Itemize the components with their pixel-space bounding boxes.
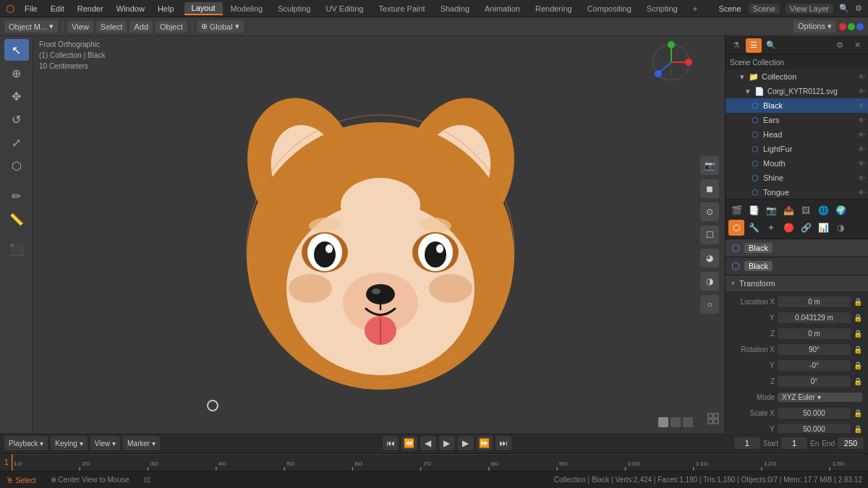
shine-eye-icon[interactable]: 👁 (858, 174, 868, 182)
tab-scripting[interactable]: Scripting (639, 3, 685, 14)
prop-world-icon[interactable]: 🌍 (833, 202, 848, 218)
keying-label[interactable]: Keying ▾ (51, 436, 87, 450)
prev-frame-btn[interactable]: ◀ (420, 436, 436, 450)
viewport-overlay-icon[interactable]: ⊙ (700, 202, 719, 221)
transform-header[interactable]: ▾ Transform (726, 275, 868, 291)
prop-renderlayer-icon[interactable]: 📑 (746, 202, 762, 218)
rotation-x-lock-icon[interactable]: 🔒 (854, 346, 862, 354)
scale-x-value[interactable]: 50.000 (778, 408, 851, 419)
timeline-ruler[interactable]: 1 10 20 30 40 50 60 70 80 90 100 (0, 453, 868, 471)
scale-y-lock-icon[interactable]: 🔒 (854, 425, 862, 433)
rotation-mode-dropdown[interactable]: XYZ Euler ▾ (778, 393, 862, 402)
lightfur-eye-icon[interactable]: 👁 (858, 145, 868, 153)
prop-scene2-icon[interactable]: 🌐 (815, 202, 831, 218)
corgi-eye-icon[interactable]: 👁 (858, 87, 868, 95)
prop-view-icon[interactable]: 🖼 (798, 202, 814, 218)
sidebar-scale-tool[interactable]: ⤢ (4, 132, 29, 153)
view-sq-2[interactable] (671, 417, 681, 427)
playback-label[interactable]: Playback ▾ (4, 436, 48, 450)
jump-start-btn[interactable]: ⏮ (383, 436, 399, 450)
next-keyframe-btn[interactable]: ⏩ (477, 436, 493, 450)
rp-search-icon[interactable]: 🔍 (763, 38, 779, 53)
scale-x-lock-icon[interactable]: 🔒 (854, 409, 862, 417)
tab-compositing[interactable]: Compositing (580, 3, 639, 14)
viewport-xray-icon[interactable]: ☐ (700, 226, 719, 244)
rotation-y-value[interactable]: -0° (778, 360, 851, 371)
start-frame-input[interactable]: 1 (781, 437, 807, 449)
menu-window[interactable]: Window (111, 3, 150, 14)
grid-icon[interactable] (707, 413, 719, 424)
viewport-material-icon[interactable]: ◑ (700, 272, 719, 291)
viewport-solid-icon[interactable]: ◕ (700, 249, 719, 267)
outliner-item-ears[interactable]: ⬡ Ears 👁 (726, 113, 868, 127)
settings-icon[interactable]: ⚙ (855, 4, 862, 13)
prop-render-icon[interactable]: 📷 (763, 202, 779, 218)
prop-constraints-icon[interactable]: 🔗 (798, 220, 814, 236)
next-frame-btn[interactable]: ▶ (458, 436, 474, 450)
jump-end-btn[interactable]: ⏭ (495, 436, 511, 450)
tab-rendering[interactable]: Rendering (528, 3, 579, 14)
black-eye-icon[interactable]: 👁 (858, 102, 868, 110)
scale-y-value[interactable]: 50.000 (778, 424, 851, 434)
tongue-eye-icon[interactable]: 👁 (858, 189, 868, 197)
collection-eye-icon[interactable]: 👁 (858, 73, 868, 81)
viewport-render-icon[interactable]: ◼ (700, 179, 719, 198)
prop-particles-icon[interactable]: ✦ (763, 220, 779, 236)
rotation-z-value[interactable]: 0° (778, 376, 851, 387)
tab-shading[interactable]: Shading (433, 3, 477, 14)
mouth-eye-icon[interactable]: 👁 (858, 160, 868, 168)
view-sq-1[interactable] (658, 417, 668, 427)
sidebar-measure-tool[interactable]: 📏 (4, 208, 29, 230)
blender-logo[interactable]: ⬡ (6, 3, 14, 14)
tab-uv-editing[interactable]: UV Editing (318, 3, 370, 14)
location-x-value[interactable]: 0 m (778, 296, 851, 307)
current-frame-input[interactable]: 1 (734, 437, 760, 449)
add-menu[interactable]: Add (129, 21, 153, 33)
ears-eye-icon[interactable]: 👁 (858, 116, 868, 124)
location-x-lock-icon[interactable]: 🔒 (854, 298, 862, 306)
sidebar-rotate-tool[interactable]: ↺ (4, 108, 29, 130)
marker-label[interactable]: Marker ▾ (123, 436, 160, 450)
rp-outliner-icon[interactable]: ☰ (746, 38, 762, 53)
view-sq-3[interactable] (683, 417, 693, 427)
outliner-item-shine[interactable]: ⬡ Shine 👁 (726, 171, 868, 185)
outliner-item-tongue[interactable]: ⬡ Tongue 👁 (726, 185, 868, 200)
tab-add[interactable]: + (686, 3, 705, 14)
prop-object-icon[interactable]: ⬡ (728, 220, 744, 236)
select-menu[interactable]: Select (96, 21, 127, 33)
location-y-value[interactable]: 0.043129 m (778, 312, 851, 323)
sidebar-add-cube[interactable]: ⬛ (4, 239, 29, 260)
viewport-gizmo[interactable]: X Y Z (650, 40, 693, 84)
object-mode-dropdown[interactable]: Object M... ▾ (4, 20, 58, 33)
outliner-item-head[interactable]: ⬡ Head 👁 (726, 127, 868, 142)
menu-file[interactable]: File (19, 3, 43, 14)
prop-output-icon[interactable]: 📤 (780, 202, 796, 218)
prop-data-icon[interactable]: 📊 (815, 220, 831, 236)
tab-texture-paint[interactable]: Texture Paint (371, 3, 432, 14)
outliner-item-lightfur[interactable]: ⬡ LightFur 👁 (726, 142, 868, 156)
sidebar-annotate-tool[interactable]: ✏ (4, 185, 29, 207)
head-eye-icon[interactable]: 👁 (858, 131, 868, 139)
timeline-track[interactable]: 10 20 30 40 50 60 70 80 90 100 110 120 1… (12, 454, 864, 471)
object-name-badge[interactable]: Black (744, 243, 773, 253)
sidebar-cursor-tool[interactable]: ⊕ (4, 62, 29, 84)
transform-global[interactable]: ⊕ Global ▾ (197, 20, 244, 33)
rp-settings-icon[interactable]: ⚙ (832, 38, 848, 53)
rp-close-icon[interactable]: ✕ (849, 38, 865, 53)
tab-animation[interactable]: Animation (477, 3, 527, 14)
object-data-name[interactable]: Black (744, 261, 773, 271)
prop-physics-icon[interactable]: 🔴 (780, 220, 796, 236)
location-z-value[interactable]: 0 m (778, 328, 851, 339)
prop-scene-icon[interactable]: 🎬 (728, 202, 744, 218)
sidebar-transform-tool[interactable]: ⬡ (4, 155, 29, 176)
location-z-lock-icon[interactable]: 🔒 (854, 330, 862, 338)
menu-render[interactable]: Render (72, 3, 109, 14)
viewport[interactable]: Front Orthographic (1) Collection | Blac… (33, 36, 725, 433)
prop-modifier-icon[interactable]: 🔧 (746, 220, 762, 236)
viewport-camera-icon[interactable]: 📷 (700, 156, 719, 175)
outliner-item-mouth[interactable]: ⬡ Mouth 👁 (726, 156, 868, 171)
rotation-y-lock-icon[interactable]: 🔒 (854, 361, 862, 369)
sidebar-move-tool[interactable]: ✥ (4, 85, 29, 107)
view-layer-selector[interactable]: View Layer (786, 4, 833, 14)
rotation-z-lock-icon[interactable]: 🔒 (854, 377, 862, 385)
